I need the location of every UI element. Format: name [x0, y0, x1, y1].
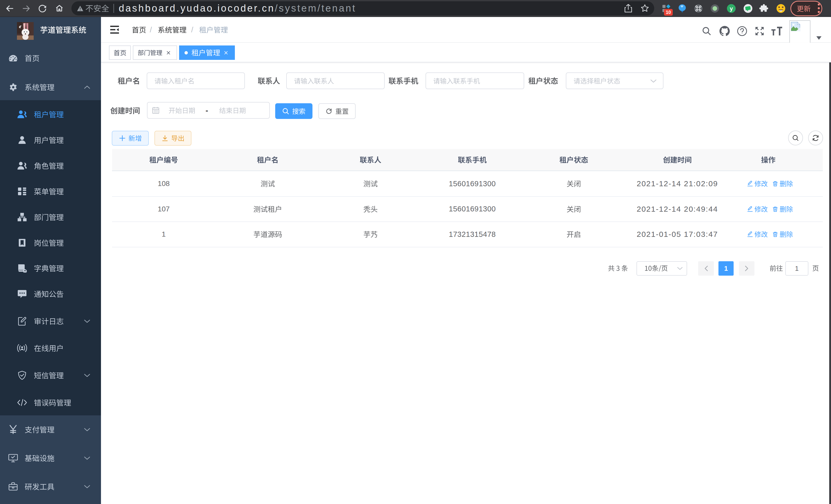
svg-text:y: y [730, 5, 733, 12]
